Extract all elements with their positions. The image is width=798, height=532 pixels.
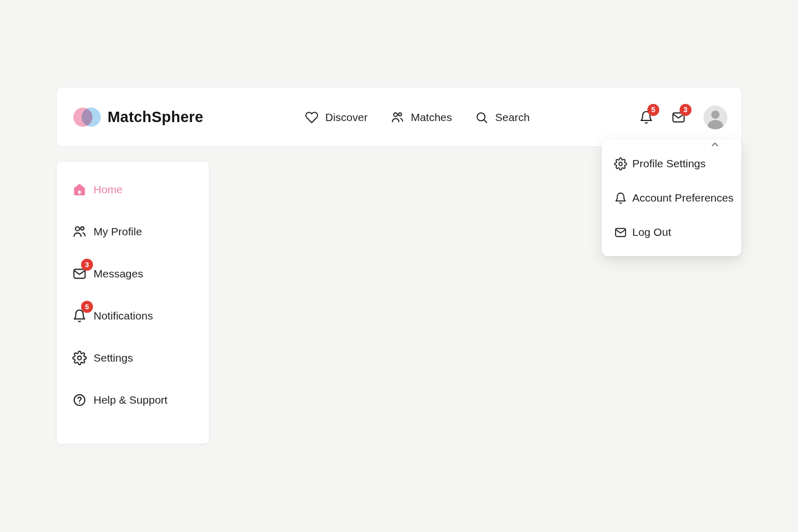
messages-badge: 3 bbox=[680, 104, 691, 116]
brand-name: MatchSphere bbox=[108, 109, 203, 126]
sidebar-item-help-support[interactable]: Help & Support bbox=[57, 379, 209, 421]
messages-button[interactable]: 3 bbox=[671, 110, 686, 125]
sidebar: Home My Profile 3 Messages 5 Notificatio… bbox=[56, 161, 209, 444]
menu-item-log-out[interactable]: Log Out bbox=[602, 215, 741, 249]
nav-item-label: Matches bbox=[411, 111, 452, 124]
sidebar-item-label: Help & Support bbox=[94, 394, 167, 406]
user-silhouette-icon bbox=[703, 105, 727, 129]
messages-badge: 3 bbox=[81, 259, 93, 271]
bell-icon: 5 bbox=[72, 309, 87, 323]
avatar[interactable] bbox=[703, 105, 727, 129]
sidebar-item-label: Settings bbox=[94, 352, 133, 364]
notifications-button[interactable]: 5 bbox=[639, 110, 654, 125]
chevron-up-icon bbox=[709, 138, 721, 151]
sidebar-item-label: My Profile bbox=[94, 225, 142, 238]
users-icon bbox=[391, 111, 404, 124]
brand: MatchSphere bbox=[73, 88, 203, 147]
notifications-badge: 5 bbox=[81, 301, 93, 313]
nav-item-search[interactable]: Search bbox=[475, 111, 530, 124]
notifications-badge: 5 bbox=[647, 104, 659, 116]
nav-item-label: Search bbox=[495, 111, 530, 124]
nav-item-discover[interactable]: Discover bbox=[305, 111, 368, 124]
primary-nav: Discover Matches Search bbox=[305, 88, 530, 147]
mail-icon bbox=[614, 226, 627, 239]
sidebar-item-label: Notifications bbox=[94, 310, 153, 322]
sidebar-item-label: Home bbox=[94, 183, 123, 196]
logo-circle-blue bbox=[82, 108, 101, 127]
home-icon bbox=[72, 182, 87, 197]
profile-menu: Profile Settings Account Preferences Log… bbox=[602, 139, 741, 256]
sidebar-item-home[interactable]: Home bbox=[57, 168, 209, 210]
gear-icon bbox=[614, 157, 627, 170]
nav-item-matches[interactable]: Matches bbox=[391, 111, 452, 124]
bell-icon bbox=[614, 192, 627, 205]
menu-item-label: Profile Settings bbox=[632, 157, 706, 170]
sidebar-item-my-profile[interactable]: My Profile bbox=[57, 210, 209, 252]
mail-icon: 3 bbox=[72, 267, 87, 281]
menu-item-label: Account Preferences bbox=[632, 192, 734, 204]
matchsphere-logo-icon bbox=[73, 108, 101, 127]
nav-item-label: Discover bbox=[325, 111, 368, 124]
menu-item-label: Log Out bbox=[632, 226, 671, 238]
menu-item-account-preferences[interactable]: Account Preferences bbox=[602, 181, 741, 215]
sidebar-item-settings[interactable]: Settings bbox=[57, 337, 209, 379]
menu-item-profile-settings[interactable]: Profile Settings bbox=[602, 147, 741, 181]
users-icon bbox=[72, 224, 87, 239]
sidebar-item-messages[interactable]: 3 Messages bbox=[57, 252, 209, 295]
sidebar-item-label: Messages bbox=[94, 268, 143, 280]
heart-icon bbox=[305, 111, 318, 124]
sidebar-item-notifications[interactable]: 5 Notifications bbox=[57, 295, 209, 337]
gear-icon bbox=[72, 351, 87, 365]
top-navbar: MatchSphere Discover Matches Search 5 3 bbox=[56, 87, 742, 147]
search-icon bbox=[475, 111, 488, 124]
help-circle-icon bbox=[72, 393, 87, 407]
